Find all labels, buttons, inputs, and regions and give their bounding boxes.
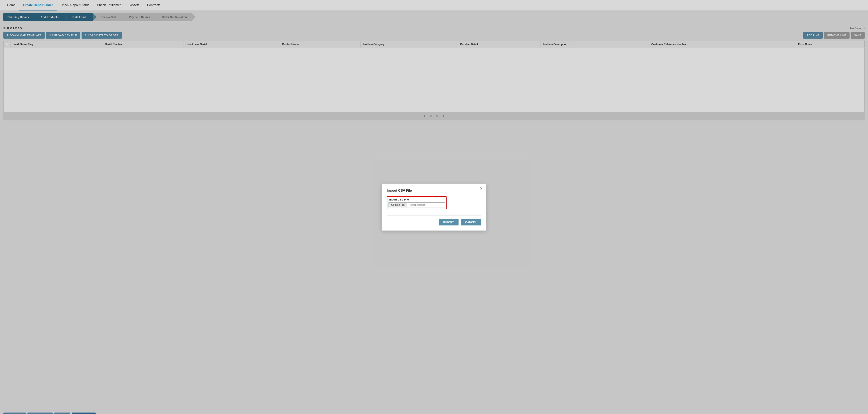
choose-file-button[interactable]: Choose File xyxy=(389,202,407,207)
file-name-display: No file chosen xyxy=(407,202,445,207)
modal-title: Import CSV File xyxy=(387,189,481,193)
file-upload-section: Import CSV File Choose File No file chos… xyxy=(387,196,481,209)
import-button[interactable]: IMPORT xyxy=(439,219,459,226)
import-csv-modal: Import CSV File ✕ Import CSV File Choose… xyxy=(381,183,487,231)
file-input-display: Choose File No file chosen xyxy=(389,202,445,207)
modal-overlay: Import CSV File ✕ Import CSV File Choose… xyxy=(0,0,868,414)
modal-footer: IMPORT CANCEL xyxy=(387,215,481,226)
file-upload-wrapper: Import CSV File Choose File No file chos… xyxy=(387,196,446,209)
cancel-button[interactable]: CANCEL xyxy=(461,219,481,226)
file-upload-label: Import CSV File xyxy=(389,198,445,201)
modal-close-button[interactable]: ✕ xyxy=(480,186,483,191)
